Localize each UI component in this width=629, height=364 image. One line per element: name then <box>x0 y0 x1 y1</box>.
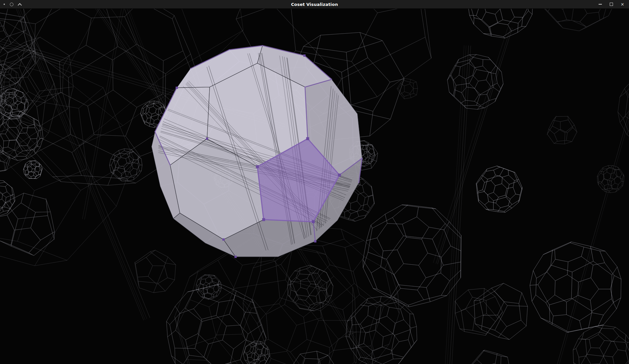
app-window: Coset Visualization ✕ <box>0 0 629 364</box>
close-button[interactable]: ✕ <box>619 1 626 8</box>
minimize-button[interactable] <box>596 1 604 8</box>
chevron-up-icon[interactable] <box>18 3 22 8</box>
status-dot-icon[interactable] <box>4 4 5 5</box>
viewport <box>0 9 629 364</box>
window-controls: ✕ <box>596 1 626 8</box>
close-icon: ✕ <box>621 2 624 7</box>
titlebar-left-controls <box>4 2 21 6</box>
maximize-button[interactable] <box>607 1 615 8</box>
viewport-canvas[interactable] <box>0 9 629 364</box>
titlebar[interactable]: Coset Visualization ✕ <box>0 0 629 9</box>
minimize-icon <box>599 4 602 5</box>
maximize-icon <box>610 3 613 6</box>
window-title: Coset Visualization <box>0 2 629 7</box>
record-circle-icon[interactable] <box>10 3 13 6</box>
